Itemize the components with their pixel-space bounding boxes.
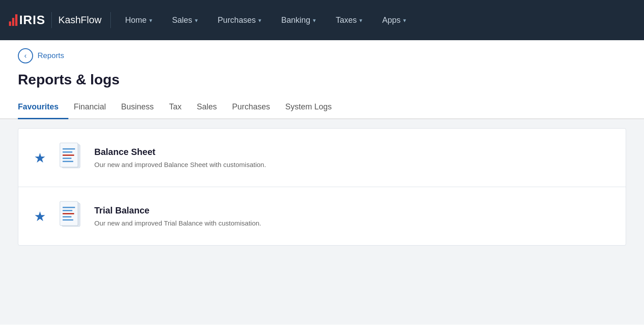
svg-rect-11 — [63, 207, 75, 208]
svg-rect-7 — [63, 161, 73, 162]
trial-balance-desc: Our new and improved Trial Balance with … — [94, 219, 612, 227]
nav-item-taxes[interactable]: Taxes ▾ — [326, 0, 372, 40]
chevron-down-icon: ▾ — [149, 17, 152, 24]
tab-sales[interactable]: Sales — [197, 98, 227, 119]
star-icon-trial-balance[interactable]: ★ — [32, 209, 48, 224]
nav-purchases-label: Purchases — [218, 16, 256, 25]
tabs-bar: Favourites Financial Business Tax Sales … — [0, 88, 644, 119]
reports-list: ★ Balance Sheet Our new and improve — [18, 128, 626, 246]
page-title-area: Reports & logs — [0, 63, 644, 88]
nav-item-sales[interactable]: Sales ▾ — [162, 0, 208, 40]
nav-taxes-label: Taxes — [336, 16, 357, 25]
chevron-down-icon: ▾ — [313, 17, 316, 24]
breadcrumb: ‹ Reports — [0, 40, 644, 63]
nav-item-purchases[interactable]: Purchases ▾ — [208, 0, 271, 40]
svg-rect-4 — [63, 151, 72, 153]
nav-items: Home ▾ Sales ▾ Purchases ▾ Banking ▾ Tax… — [115, 0, 635, 40]
balance-sheet-doc-icon — [59, 142, 84, 173]
logo: IRIS KashFlow — [9, 12, 111, 28]
trial-balance-doc-icon — [59, 201, 84, 232]
nav-item-banking[interactable]: Banking ▾ — [271, 0, 326, 40]
nav-apps-label: Apps — [382, 16, 400, 25]
trial-balance-info: Trial Balance Our new and improved Trial… — [94, 205, 612, 227]
page-title: Reports & logs — [18, 71, 626, 88]
breadcrumb-reports-link[interactable]: Reports — [38, 51, 64, 60]
balance-sheet-info: Balance Sheet Our new and improved Balan… — [94, 147, 612, 168]
star-icon-balance-sheet[interactable]: ★ — [32, 150, 48, 166]
tab-system-logs[interactable]: System Logs — [285, 98, 341, 119]
report-card-trial-balance[interactable]: ★ Trial Balance Our new and improved Tri… — [18, 187, 626, 245]
trial-balance-title: Trial Balance — [94, 205, 612, 216]
tab-favourites[interactable]: Favourites — [18, 98, 68, 119]
chevron-down-icon: ▾ — [258, 17, 261, 24]
chevron-down-icon: ▾ — [359, 17, 362, 24]
chevron-down-icon: ▾ — [195, 17, 198, 24]
tab-financial[interactable]: Financial — [74, 98, 116, 119]
content-area: ★ Balance Sheet Our new and improve — [0, 119, 644, 325]
nav-item-apps[interactable]: Apps ▾ — [372, 0, 416, 40]
svg-rect-13 — [63, 213, 74, 214]
tab-business[interactable]: Business — [121, 98, 164, 119]
svg-rect-15 — [63, 219, 73, 221]
svg-rect-6 — [63, 158, 72, 159]
svg-rect-12 — [63, 210, 72, 211]
balance-sheet-title: Balance Sheet — [94, 147, 612, 157]
tab-tax[interactable]: Tax — [169, 98, 191, 119]
logo-divider — [51, 12, 52, 28]
nav-banking-label: Banking — [281, 16, 310, 25]
svg-rect-5 — [63, 155, 74, 156]
chevron-down-icon: ▾ — [403, 17, 406, 24]
svg-rect-3 — [63, 148, 75, 150]
report-card-balance-sheet[interactable]: ★ Balance Sheet Our new and improve — [18, 129, 626, 187]
iris-bars-icon — [9, 14, 17, 26]
nav-home-label: Home — [125, 16, 147, 25]
main-nav: IRIS KashFlow Home ▾ Sales ▾ Purchases ▾… — [0, 0, 644, 40]
kashflow-logo-text: KashFlow — [58, 14, 101, 26]
tab-purchases[interactable]: Purchases — [232, 98, 280, 119]
balance-sheet-desc: Our new and improved Balance Sheet with … — [94, 161, 612, 168]
svg-rect-14 — [63, 216, 72, 217]
back-button[interactable]: ‹ — [18, 48, 33, 63]
nav-item-home[interactable]: Home ▾ — [115, 0, 162, 40]
nav-sales-label: Sales — [172, 16, 192, 25]
iris-logo-text: IRIS — [19, 13, 45, 27]
